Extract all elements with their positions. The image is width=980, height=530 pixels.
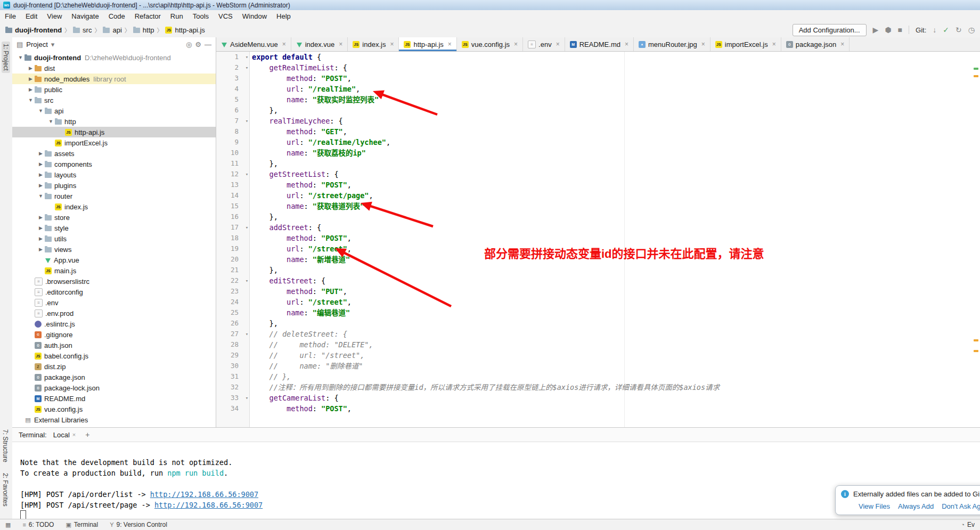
tree-item-router[interactable]: ▼router — [12, 191, 216, 201]
code-text[interactable]: }, — [252, 211, 278, 222]
debug-icon[interactable]: ⬢ — [885, 26, 891, 34]
code-line-23[interactable]: 23 method: "PUT", — [216, 286, 980, 297]
tree-item-plugins[interactable]: ▶plugins — [12, 180, 216, 191]
stop-icon[interactable]: ■ — [898, 26, 902, 34]
fold-open-icon[interactable]: ▾ — [242, 62, 252, 73]
tab-index-js[interactable]: JSindex.js× — [348, 37, 399, 51]
code-text[interactable]: method: "POST", — [252, 73, 352, 84]
tree-item-index-js[interactable]: JSindex.js — [12, 201, 216, 212]
close-icon[interactable]: × — [625, 40, 628, 48]
code-line-14[interactable]: 14 url: "/street/page", — [216, 190, 980, 201]
close-icon[interactable]: × — [282, 40, 286, 48]
tree-item-duoji-frontend[interactable]: ▼duoji-frontendD:\zheheWeb\duoji-fronten… — [12, 52, 216, 63]
code-text[interactable]: name: "编辑巷道" — [252, 307, 350, 318]
tab-menurouter-jpg[interactable]: ▲menuRouter.jpg× — [634, 37, 710, 51]
code-line-8[interactable]: 8 method: "GET", — [216, 126, 980, 137]
breadcrumb-item-api[interactable]: api — [103, 26, 121, 34]
menu-refactor[interactable]: Refactor — [130, 11, 166, 22]
breadcrumb-item-http[interactable]: http — [133, 26, 154, 34]
tool-button-structure[interactable]: 7: Structure — [2, 429, 9, 462]
add-configuration-button[interactable]: Add Configuration... — [793, 24, 867, 36]
fold-open-icon[interactable]: ▾ — [242, 222, 252, 233]
code-line-26[interactable]: 26 }, — [216, 318, 980, 329]
tree-item-utils[interactable]: ▶utils — [12, 233, 216, 244]
code-text[interactable]: name: "获取巷道列表" — [252, 201, 364, 211]
code-text[interactable]: method: "GET", — [252, 126, 347, 137]
tree-item-views[interactable]: ▶views — [12, 244, 216, 255]
chevron-right-icon[interactable]: ▶ — [27, 87, 35, 92]
code-line-27[interactable]: 27▾ // deleteStreet: { — [216, 329, 980, 339]
close-icon[interactable]: × — [448, 40, 452, 48]
code-text[interactable]: editStreet: { — [252, 275, 325, 286]
tree-item-http-api-js[interactable]: JShttp-api.js — [12, 127, 216, 137]
tree-item-auth-json[interactable]: {}auth.json — [12, 340, 216, 350]
tree-item-env-prod[interactable]: ≡.env.prod — [12, 308, 216, 319]
close-icon[interactable]: × — [514, 40, 518, 48]
tree-item-dist-zip[interactable]: Zdist.zip — [12, 361, 216, 372]
chevron-down-icon[interactable]: ▼ — [47, 119, 55, 124]
code-text[interactable]: // }, — [252, 371, 291, 382]
menu-view[interactable]: View — [42, 11, 67, 22]
code-line-11[interactable]: 11 }, — [216, 158, 980, 169]
git-revert-icon[interactable]: ↻ — [956, 26, 962, 34]
tree-item-editorconfig[interactable]: ≡.editorconfig — [12, 287, 216, 297]
code-line-1[interactable]: 1▾export default { — [216, 52, 980, 62]
history-icon[interactable]: ◷ — [968, 26, 975, 34]
tab-env[interactable]: ≡.env× — [523, 37, 565, 51]
menu-navigate[interactable]: Navigate — [67, 11, 103, 22]
tree-item-package-lock-json[interactable]: {}package-lock.json — [12, 382, 216, 393]
code-text[interactable]: // method: "DELETE", — [252, 339, 373, 350]
tree-item-public[interactable]: ▶public — [12, 84, 216, 95]
code-line-21[interactable]: 21 }, — [216, 265, 980, 275]
notification-action-don-t-ask-agai[interactable]: Don't Ask Agai — [942, 502, 980, 510]
run-icon[interactable]: ▶ — [873, 26, 879, 34]
fold-open-icon[interactable]: ▾ — [242, 116, 252, 126]
statusbar-item-9-version-control[interactable]: Y9: Version Control — [110, 521, 167, 528]
terminal-link[interactable]: http://192.168.66.56:9007 — [150, 490, 258, 499]
stripe-mark-3[interactable] — [974, 350, 978, 352]
tree-item-env[interactable]: ≡.env — [12, 297, 216, 308]
code-line-4[interactable]: 4 url: "/realTime", — [216, 84, 980, 94]
code-text[interactable]: }, — [252, 265, 278, 275]
code-text[interactable]: }, — [252, 318, 278, 329]
tree-item-dist[interactable]: ▶dist — [12, 63, 216, 74]
code-text[interactable]: // deleteStreet: { — [252, 329, 347, 339]
tab-asidemenu-vue[interactable]: AsideMenu.vue× — [216, 37, 291, 51]
fold-open-icon[interactable]: ▾ — [242, 393, 252, 403]
code-line-5[interactable]: 5 name: "获取实时监控列表" — [216, 94, 980, 105]
chevron-right-icon[interactable]: ▶ — [37, 236, 45, 241]
code-text[interactable]: name: "新增巷道" — [252, 254, 350, 265]
code-text[interactable]: name: "获取荔枝的ip" — [252, 148, 366, 158]
tree-item-readme-md[interactable]: MREADME.md — [12, 393, 216, 404]
tree-item-store[interactable]: ▶store — [12, 212, 216, 223]
tree-item-gitignore[interactable]: G.gitignore — [12, 329, 216, 340]
close-icon[interactable]: × — [390, 40, 394, 48]
menu-window[interactable]: Window — [238, 11, 272, 22]
code-text[interactable]: }, — [252, 105, 278, 116]
stripe-mark-0[interactable] — [974, 68, 978, 70]
gear-icon[interactable]: ⚙ — [195, 40, 201, 48]
code-line-25[interactable]: 25 name: "编辑巷道" — [216, 307, 980, 318]
code-line-30[interactable]: 30 // name: "删除巷道" — [216, 361, 980, 371]
code-text[interactable]: name: "获取实时监控列表" — [252, 94, 379, 105]
code-text[interactable]: url: "/street", — [252, 297, 352, 307]
menu-run[interactable]: Run — [166, 11, 188, 22]
code-line-6[interactable]: 6 }, — [216, 105, 980, 116]
tool-window-switcher-icon[interactable]: ▦ — [5, 521, 11, 528]
fold-open-icon[interactable]: ▾ — [242, 169, 252, 180]
terminal-tab-local[interactable]: Local× — [49, 429, 80, 441]
tool-button-project[interactable]: 1: Project — [2, 42, 10, 73]
code-text[interactable]: url: "/realTime", — [252, 84, 360, 94]
event-log-item[interactable]: ◔ Ev — [961, 521, 975, 528]
git-update-icon[interactable]: ↓ — [933, 26, 936, 34]
code-editor[interactable]: 1▾export default {2▾ getRealTimeList: {3… — [216, 52, 980, 427]
fold-open-icon[interactable]: ▾ — [242, 329, 252, 339]
tree-item-src[interactable]: ▼src — [12, 95, 216, 105]
code-line-17[interactable]: 17▾ addStreet: { — [216, 222, 980, 233]
code-line-3[interactable]: 3 method: "POST", — [216, 73, 980, 84]
code-text[interactable]: method: "POST", — [252, 403, 352, 414]
tab-readme-md[interactable]: MREADME.md× — [565, 37, 634, 51]
tree-item-vue-config-js[interactable]: JSvue.config.js — [12, 404, 216, 414]
close-icon[interactable]: × — [556, 40, 560, 48]
chevron-down-icon[interactable]: ▼ — [37, 108, 45, 113]
